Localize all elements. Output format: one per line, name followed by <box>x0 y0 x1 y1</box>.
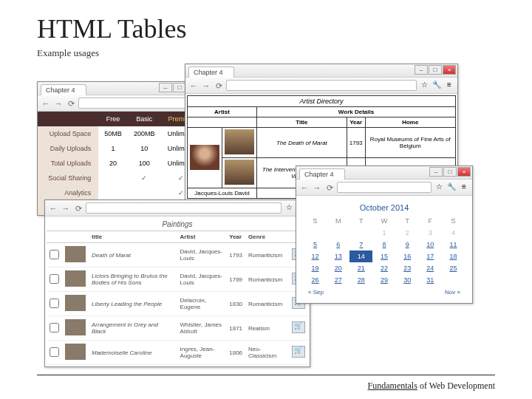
browser-tab[interactable]: Chapter 4 <box>188 66 234 78</box>
calendar-day[interactable]: 16 <box>396 250 419 262</box>
address-bar[interactable] <box>78 98 186 109</box>
reload-icon[interactable]: ⟳ <box>324 183 335 193</box>
table-row: Lictors Bringing to Brutus the Bodies of… <box>47 267 308 292</box>
calendar-day[interactable]: 21 <box>349 262 372 274</box>
back-icon[interactable]: ← <box>188 81 199 91</box>
calendar-day[interactable]: 17 <box>419 250 442 262</box>
calendar-day[interactable]: 19 <box>304 262 327 274</box>
window-min-button[interactable]: – <box>429 167 443 177</box>
row-checkbox[interactable] <box>50 274 59 284</box>
address-bar[interactable] <box>86 202 282 214</box>
calendar-day[interactable]: 20 <box>327 262 349 274</box>
calendar-day-header: T <box>349 215 372 227</box>
back-icon[interactable]: ← <box>48 203 58 214</box>
back-icon[interactable]: ← <box>41 98 51 109</box>
wrench-icon[interactable]: 🔧 <box>446 183 457 193</box>
table-row: Liberty Leading the PeopleDelacroix, Eug… <box>47 292 308 316</box>
pricing-row-label: Analytics <box>38 185 98 200</box>
forward-icon[interactable]: → <box>312 183 322 193</box>
calendar-day[interactable]: 8 <box>372 239 395 250</box>
calendar-day-header: S <box>304 215 327 227</box>
painting-title: Lictors Bringing to Brutus the Bodies of… <box>89 267 177 292</box>
back-icon[interactable]: ← <box>299 183 310 193</box>
calendar-day[interactable]: 3 <box>419 227 442 239</box>
calendar-day-header: T <box>396 215 419 227</box>
calendar-next-link[interactable]: Nov » <box>445 289 460 296</box>
menu-icon[interactable]: ≡ <box>444 81 454 91</box>
address-bar[interactable] <box>226 80 417 91</box>
star-icon[interactable]: ☆ <box>434 183 444 193</box>
calendar-day[interactable]: 25 <box>442 262 465 274</box>
calendar-day-header: S <box>442 215 465 227</box>
window-min-button[interactable]: – <box>159 83 172 92</box>
pricing-cell <box>128 185 161 200</box>
calendar-day[interactable]: 9 <box>396 239 419 250</box>
menu-icon[interactable]: ≡ <box>459 183 469 193</box>
window-max-button[interactable]: □ <box>443 167 457 177</box>
calendar-day[interactable]: 4 <box>442 227 465 239</box>
calendar-day[interactable]: 6 <box>327 239 349 250</box>
calendar-day[interactable] <box>304 227 327 239</box>
calendar-day[interactable]: 5 <box>304 239 327 250</box>
reload-icon[interactable]: ⟳ <box>73 203 83 214</box>
calendar-day[interactable] <box>327 227 349 239</box>
calendar-day[interactable]: 7 <box>349 239 372 250</box>
calendar-day-header: W <box>372 215 395 227</box>
window-max-button[interactable]: □ <box>429 65 442 75</box>
star-icon[interactable]: ☆ <box>284 203 294 214</box>
row-checkbox[interactable] <box>50 299 59 308</box>
browser-tab[interactable]: Chapter 4 <box>299 168 345 180</box>
artist-portrait-thumb <box>190 145 219 170</box>
add-to-cart-button[interactable] <box>292 321 305 333</box>
address-bar[interactable] <box>337 182 432 193</box>
calendar-day[interactable]: 29 <box>372 274 395 286</box>
reload-icon[interactable]: ⟳ <box>214 81 224 91</box>
add-to-cart-button[interactable] <box>292 346 305 358</box>
window-close-button[interactable]: × <box>443 65 456 75</box>
calendar-day[interactable] <box>349 227 372 239</box>
calendar-day[interactable]: 22 <box>372 262 395 274</box>
paintings-col: Genre <box>245 231 289 243</box>
row-checkbox[interactable] <box>50 347 59 357</box>
calendar-day[interactable]: 18 <box>442 250 465 262</box>
reload-icon[interactable]: ⟳ <box>66 98 76 109</box>
calendar-day[interactable]: 15 <box>372 250 395 262</box>
wrench-icon[interactable]: 🔧 <box>432 81 442 91</box>
painting-year: 1789 <box>226 267 245 292</box>
window-titlebar: Chapter 4 – □ × <box>185 64 457 78</box>
calendar-day[interactable]: 31 <box>419 274 442 286</box>
calendar-day[interactable]: 28 <box>349 274 372 286</box>
directory-col: Title <box>257 117 347 128</box>
painting-genre: Romanticism <box>245 267 289 292</box>
calendar-day[interactable] <box>442 274 465 286</box>
calendar-day[interactable]: 26 <box>304 274 327 286</box>
calendar-day[interactable]: 11 <box>442 239 465 250</box>
calendar-prev-link[interactable]: « Sep <box>308 289 324 296</box>
painting-artist: David, Jacques-Louis <box>177 267 227 292</box>
calendar-day[interactable]: 30 <box>396 274 419 286</box>
painting-artist: Delacroix, Eugene <box>177 292 227 316</box>
window-min-button[interactable]: – <box>415 65 428 75</box>
forward-icon[interactable]: → <box>61 203 71 214</box>
star-icon[interactable]: ☆ <box>419 81 429 91</box>
painting-genre: Realism <box>245 316 289 341</box>
row-checkbox[interactable] <box>50 250 59 259</box>
calendar-day[interactable]: 1 <box>372 227 395 239</box>
calendar-day[interactable]: 10 <box>419 239 442 250</box>
window-close-button[interactable]: × <box>457 167 471 177</box>
calendar-day[interactable]: 23 <box>396 262 419 274</box>
forward-icon[interactable]: → <box>53 98 64 109</box>
calendar-day[interactable]: 27 <box>327 274 349 286</box>
pricing-cell: 20 <box>98 156 127 171</box>
forward-icon[interactable]: → <box>201 81 211 91</box>
browser-tab[interactable]: Chapter 4 <box>41 84 86 95</box>
row-checkbox[interactable] <box>50 323 59 332</box>
table-row: Arrangement in Grey and BlackWhistler, J… <box>47 316 308 341</box>
calendar-day[interactable]: 24 <box>419 262 442 274</box>
calendar-day[interactable]: 12 <box>304 250 327 262</box>
pricing-header: Basic <box>128 112 161 126</box>
calendar-day[interactable]: 13 <box>327 250 349 262</box>
calendar-day[interactable]: 2 <box>396 227 419 239</box>
calendar-day-today[interactable]: 14 <box>349 250 372 262</box>
footer-rule <box>37 375 495 375</box>
